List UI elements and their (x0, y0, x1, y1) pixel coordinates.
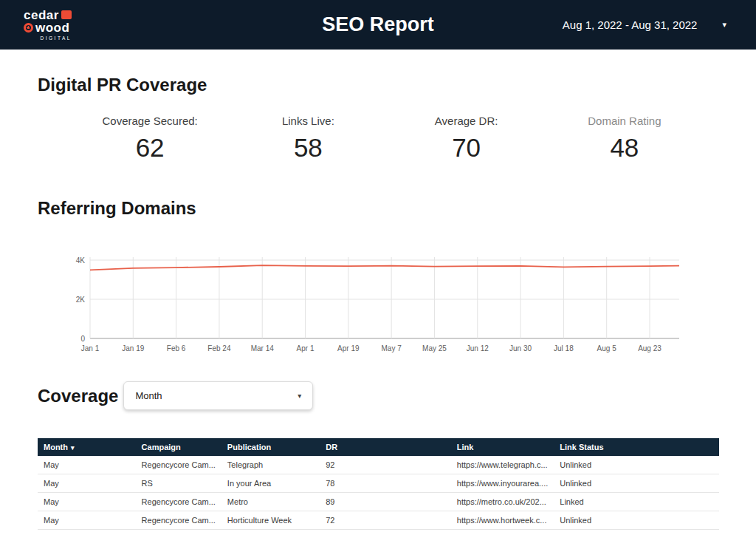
stat-domain-rating: Domain Rating 48 (546, 115, 704, 163)
svg-text:Jul 18: Jul 18 (554, 344, 574, 352)
coverage-table-header-row: Month▾CampaignPublicationDRLinkLink Stat… (38, 438, 719, 456)
table-row: MayRegencycore Cam...Telegraph92https://… (38, 456, 719, 474)
link-cell[interactable]: https://www.telegraph.c... (451, 456, 554, 474)
logo-tagline: DIGITAL (41, 36, 72, 41)
table-cell: Unlinked (554, 474, 719, 493)
stat-coverage-secured: Coverage Secured: 62 (71, 115, 229, 163)
coverage-table-body: MayRegencycore Cam...Telegraph92https://… (38, 456, 719, 530)
stat-value: 48 (546, 133, 704, 163)
table-cell: Regencycore Cam... (136, 456, 221, 474)
logo-word-wood: wood (35, 21, 69, 34)
coverage-title: Coverage (38, 386, 118, 406)
link-cell[interactable]: https://metro.co.uk/202... (451, 493, 554, 511)
svg-text:Mar 14: Mar 14 (251, 344, 275, 352)
date-range-label: Aug 1, 2022 - Aug 31, 2022 (563, 18, 698, 31)
svg-text:Jan 1: Jan 1 (81, 344, 100, 352)
svg-text:Jan 19: Jan 19 (122, 344, 144, 352)
column-header-dr[interactable]: DR (320, 438, 451, 456)
coverage-table-head: Month▾CampaignPublicationDRLinkLink Stat… (38, 438, 719, 456)
stat-value: 70 (388, 133, 546, 163)
table-cell: In your Area (221, 474, 320, 493)
table-row: MayRegencycore Cam...Horticulture Week72… (38, 511, 719, 530)
link-cell[interactable]: https://www.hortweek.c... (451, 511, 554, 530)
svg-text:May 7: May 7 (382, 344, 402, 352)
coverage-table: Month▾CampaignPublicationDRLinkLink Stat… (38, 438, 719, 530)
date-range-picker[interactable]: Aug 1, 2022 - Aug 31, 2022 ▾ (563, 18, 726, 31)
svg-text:Jun 30: Jun 30 (509, 344, 532, 352)
column-header-link[interactable]: Link (451, 438, 554, 456)
column-header-month[interactable]: Month▾ (38, 438, 136, 456)
table-cell: Unlinked (554, 511, 719, 530)
svg-text:2K: 2K (76, 296, 86, 304)
column-header-link-status[interactable]: Link Status (554, 438, 719, 456)
svg-text:Apr 1: Apr 1 (297, 344, 315, 352)
svg-text:4K: 4K (76, 256, 86, 265)
sort-caret-icon: ▾ (71, 444, 75, 451)
digital-pr-coverage-title: Digital PR Coverage (38, 75, 722, 95)
stat-label: Domain Rating (546, 115, 704, 127)
logo-word-cedar: cedar (24, 9, 59, 21)
cedarwood-logo: cedar wood DIGITAL (24, 9, 72, 41)
referring-domains-chart-wrap: 02K4KJan 1Jan 19Feb 6Feb 24Mar 14Apr 1Ap… (65, 256, 722, 355)
chevron-down-icon: ▾ (298, 392, 301, 400)
table-cell: 78 (320, 474, 451, 493)
stat-average-dr: Average DR: 70 (388, 115, 546, 163)
stat-label: Links Live: (229, 115, 387, 127)
table-cell: Telegraph (221, 456, 320, 474)
table-row: MayRSIn your Area78https://www.inyourare… (38, 474, 719, 493)
svg-text:Jun 12: Jun 12 (467, 344, 489, 352)
stat-value: 58 (229, 133, 387, 163)
logo-block-icon (61, 10, 72, 19)
svg-text:Aug 23: Aug 23 (638, 344, 662, 352)
table-cell: 92 (320, 456, 451, 474)
table-cell: Unlinked (554, 456, 719, 474)
svg-text:Feb 6: Feb 6 (167, 344, 186, 352)
svg-text:Feb 24: Feb 24 (207, 344, 231, 352)
table-row: MayRegencycore Cam...Metro89https://metr… (38, 493, 719, 511)
chevron-down-icon: ▾ (722, 20, 726, 30)
column-header-publication[interactable]: Publication (221, 438, 320, 456)
coverage-section-header: Coverage Month ▾ (38, 381, 722, 410)
tree-rings-icon (24, 23, 33, 33)
table-cell: Regencycore Cam... (136, 493, 221, 511)
stat-value: 62 (71, 133, 229, 163)
table-cell: 72 (320, 511, 451, 530)
table-cell: 89 (320, 493, 451, 511)
svg-text:May 25: May 25 (422, 344, 447, 352)
stat-label: Average DR: (388, 115, 546, 127)
table-cell: Linked (554, 493, 719, 511)
month-filter-dropdown[interactable]: Month ▾ (123, 381, 313, 410)
report-body: Digital PR Coverage Coverage Secured: 62… (0, 75, 756, 530)
table-cell: May (38, 493, 136, 511)
link-cell[interactable]: https://www.inyourarea.... (451, 474, 554, 493)
svg-text:Aug 5: Aug 5 (597, 344, 617, 352)
app-header: cedar wood DIGITAL SEO Report Aug 1, 202… (0, 0, 756, 50)
svg-text:0: 0 (80, 335, 85, 343)
svg-text:Apr 19: Apr 19 (337, 344, 360, 352)
table-cell: May (38, 474, 136, 493)
table-cell: Horticulture Week (221, 511, 320, 530)
month-filter-value: Month (135, 390, 162, 401)
table-cell: May (38, 511, 136, 530)
stat-label: Coverage Secured: (71, 115, 229, 127)
table-cell: Metro (221, 493, 320, 511)
stats-row: Coverage Secured: 62 Links Live: 58 Aver… (38, 115, 722, 163)
table-cell: Regencycore Cam... (136, 511, 221, 530)
table-cell: May (38, 456, 136, 474)
column-header-campaign[interactable]: Campaign (136, 438, 221, 456)
referring-domains-title: Referring Domains (38, 198, 722, 219)
table-cell: RS (136, 474, 221, 493)
stat-links-live: Links Live: 58 (229, 115, 387, 163)
referring-domains-chart: 02K4KJan 1Jan 19Feb 6Feb 24Mar 14Apr 1Ap… (65, 256, 682, 355)
